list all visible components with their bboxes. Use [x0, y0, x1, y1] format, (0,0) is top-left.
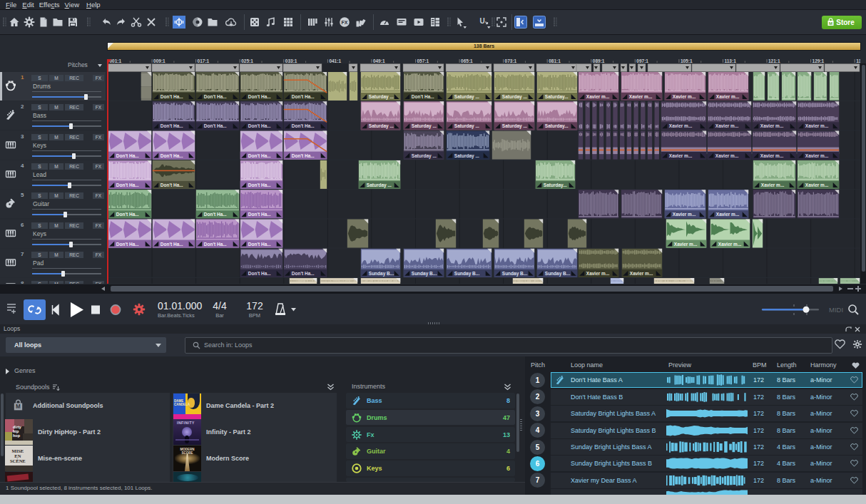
svg-text:Bar: Bar: [215, 312, 224, 319]
svg-text:Xavier m...: Xavier m...: [805, 153, 829, 158]
svg-text:Don't Ha...: Don't Ha...: [292, 153, 315, 158]
svg-text:Sunday B...: Sunday B...: [412, 271, 437, 277]
svg-text:Saturday ...: Saturday ...: [502, 123, 527, 129]
svg-text:Xavier m...: Xavier m...: [805, 182, 829, 187]
svg-text:172: 172: [246, 300, 263, 312]
svg-text:Saturday ...: Saturday ...: [412, 153, 437, 159]
svg-text:Saturday ...: Saturday ...: [502, 94, 527, 100]
svg-text:113:1: 113:1: [725, 58, 737, 63]
svg-text:Xavier m...: Xavier m...: [715, 153, 739, 158]
svg-text:Saturday...: Saturday...: [545, 94, 569, 100]
svg-text:Xavier m...: Xavier m...: [716, 94, 740, 99]
svg-text:049:1: 049:1: [373, 58, 385, 63]
svg-text:Sunday B...: Sunday B...: [454, 271, 480, 277]
svg-text:Don't Ha...: Don't Ha...: [161, 182, 183, 187]
svg-text:Saturday ...: Saturday ...: [369, 94, 394, 100]
svg-text:Don't Ha...: Don't Ha...: [161, 153, 183, 158]
svg-text:Saturday ...: Saturday ...: [454, 94, 479, 100]
svg-text:Don't Ha...: Don't Ha...: [248, 123, 271, 128]
svg-text:Xavier m...: Xavier m...: [673, 94, 696, 99]
svg-text:073:1: 073:1: [505, 58, 517, 63]
svg-text:Don't Ha...: Don't Ha...: [248, 182, 271, 187]
svg-text:4/4: 4/4: [213, 300, 227, 312]
svg-text:Don't Ha...: Don't Ha...: [204, 94, 227, 99]
svg-text:001:1: 001:1: [110, 58, 122, 63]
svg-text:Don't Ha...: Don't Ha...: [292, 123, 315, 128]
svg-text:Saturday...: Saturday...: [544, 182, 567, 188]
svg-text:Don't Ha...: Don't Ha...: [161, 242, 183, 247]
svg-text:065:1: 065:1: [461, 58, 473, 63]
svg-text:Xavier m...: Xavier m...: [586, 94, 610, 99]
svg-text:129:1: 129:1: [812, 58, 825, 63]
svg-text:Xavier m...: Xavier m...: [805, 123, 829, 128]
svg-text:Xavier m...: Xavier m...: [674, 242, 698, 247]
svg-text:105:1: 105:1: [681, 58, 693, 63]
svg-text:Xavier m...: Xavier m...: [716, 212, 740, 217]
svg-text:Xavier m...: Xavier m...: [718, 242, 742, 247]
svg-text:Sunday B...: Sunday B...: [545, 271, 571, 277]
svg-text:Don't Ha...: Don't Ha...: [204, 212, 227, 217]
svg-text:Xavier m...: Xavier m...: [669, 153, 693, 158]
svg-text:057:1: 057:1: [417, 58, 429, 63]
svg-text:Don't Ha...: Don't Ha...: [116, 153, 139, 158]
svg-text:Xavier m...: Xavier m...: [715, 123, 739, 128]
svg-text:Don't Ha...: Don't Ha...: [116, 212, 139, 217]
svg-text:121:1: 121:1: [768, 58, 780, 63]
svg-text:Don't Ha...: Don't Ha...: [248, 212, 271, 217]
svg-text:089:1: 089:1: [593, 58, 605, 63]
svg-text:025:1: 025:1: [241, 58, 253, 63]
svg-text:Xavier m...: Xavier m...: [760, 123, 784, 128]
svg-text:081:1: 081:1: [549, 58, 561, 63]
svg-text:Xavier m...: Xavier m...: [669, 123, 693, 128]
svg-text:Xavier m...: Xavier m...: [760, 153, 784, 158]
svg-text:Don't Ha...: Don't Ha...: [292, 94, 315, 99]
svg-text:Don't Ha...: Don't Ha...: [248, 94, 271, 99]
svg-text:Bar.Beats.Ticks: Bar.Beats.Ticks: [158, 312, 195, 319]
svg-text:041:1: 041:1: [329, 58, 341, 63]
svg-text:BPM: BPM: [249, 312, 260, 319]
svg-text:M: M: [16, 403, 21, 410]
svg-text:Don't Ha...: Don't Ha...: [161, 123, 183, 128]
svg-text:Don't Ha...: Don't Ha...: [412, 94, 434, 99]
svg-text:Sunday B...: Sunday B...: [369, 271, 394, 277]
svg-text:01.01.000: 01.01.000: [158, 300, 202, 312]
svg-text:MIDI: MIDI: [829, 306, 843, 314]
svg-text:FX: FX: [342, 20, 348, 25]
svg-text:Saturday ...: Saturday ...: [367, 182, 392, 188]
svg-text:Xavier m...: Xavier m...: [761, 182, 785, 187]
svg-text:Don't Ha...: Don't Ha...: [161, 94, 183, 99]
svg-text:U: U: [480, 17, 485, 25]
svg-text:Sunday B...: Sunday B...: [502, 271, 528, 277]
svg-text:Don't Ha...: Don't Ha...: [292, 271, 315, 276]
svg-text:Don't Ha...: Don't Ha...: [248, 271, 271, 276]
svg-text:Don't Ha...: Don't Ha...: [248, 242, 271, 247]
svg-text:137:1: 137:1: [856, 58, 860, 63]
svg-text:M: M: [829, 21, 832, 26]
svg-text:Saturday ...: Saturday ...: [454, 153, 479, 159]
svg-text:Saturday ...: Saturday ...: [369, 123, 394, 129]
svg-text:Xavier m...: Xavier m...: [586, 271, 610, 276]
svg-text:Saturday ...: Saturday ...: [454, 123, 479, 129]
svg-text:Xavier m...: Xavier m...: [630, 271, 653, 276]
svg-text:033:1: 033:1: [285, 58, 297, 63]
svg-text:Don't Ha...: Don't Ha...: [204, 242, 227, 247]
svg-text:Don't Ha...: Don't Ha...: [204, 123, 227, 128]
svg-text:Don't Ha...: Don't Ha...: [116, 182, 139, 187]
svg-text:Xavier m...: Xavier m...: [673, 212, 696, 217]
svg-text:017:1: 017:1: [198, 58, 210, 63]
svg-text:097:1: 097:1: [636, 58, 648, 63]
svg-text:Saturday...: Saturday...: [545, 123, 569, 129]
svg-text:009:1: 009:1: [153, 58, 165, 63]
svg-text:Saturday ...: Saturday ...: [412, 123, 437, 129]
svg-text:Don't Ha...: Don't Ha...: [116, 242, 139, 247]
svg-text:Xavier m...: Xavier m...: [629, 94, 653, 99]
svg-text:Don't Ha...: Don't Ha...: [248, 153, 271, 158]
